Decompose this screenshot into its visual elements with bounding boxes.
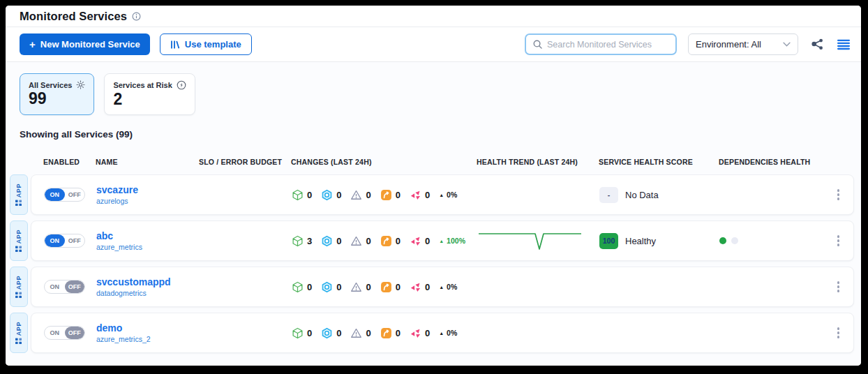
list-view-button[interactable]	[836, 37, 851, 52]
service-subtitle: azure_metrics	[96, 243, 200, 251]
service-name-link[interactable]: demo	[96, 322, 200, 334]
service-name-link[interactable]: svcazure	[96, 184, 200, 195]
health-trend-sparkline	[477, 227, 583, 251]
service-subtitle: datadogmetrics	[96, 289, 200, 297]
col-header-deps: DEPENDENCIES HEALTH	[719, 158, 802, 166]
page-title: Monitored Services	[20, 10, 127, 23]
feature-flag-icon	[380, 235, 392, 247]
all-services-card[interactable]: All Services 99	[20, 73, 94, 115]
fork-arrows-icon	[410, 189, 421, 201]
warning-triangle-icon	[350, 281, 362, 293]
config-hexagon-icon	[321, 327, 333, 339]
deployment-cube-icon	[292, 281, 304, 293]
row-menu-button[interactable]	[835, 278, 843, 295]
feature-flag-icon	[380, 327, 392, 339]
fork-arrows-icon	[410, 235, 421, 247]
app-grid-icon	[16, 338, 22, 344]
new-monitored-service-button[interactable]: + New Monitored Service	[20, 33, 150, 55]
use-template-button[interactable]: Use template	[160, 33, 252, 55]
col-header-trend: HEALTH TREND (LAST 24H)	[477, 158, 599, 166]
deployment-cube-icon	[292, 189, 304, 201]
content-area: All Services 99 Services at R	[6, 62, 861, 366]
trend-up-icon: ▲	[439, 193, 444, 197]
search-icon	[532, 39, 543, 50]
feature-flag-icon	[380, 189, 392, 201]
health-score-badge: -	[599, 187, 618, 203]
environment-filter-select[interactable]: Environment: All	[688, 33, 798, 55]
bolt-icon	[177, 80, 186, 90]
enabled-toggle[interactable]: ONOFF	[44, 280, 85, 294]
col-header-slo: SLO / ERROR BUDGET	[199, 158, 291, 166]
dependency-nodata-dot	[731, 237, 738, 244]
deployment-cube-icon	[292, 327, 304, 339]
services-at-risk-count: 2	[113, 91, 186, 107]
warning-triangle-icon	[350, 189, 362, 201]
col-header-name: NAME	[96, 158, 199, 166]
plus-icon: +	[29, 38, 36, 50]
search-box	[525, 33, 677, 55]
col-header-score: SERVICE HEALTH SCORE	[599, 158, 719, 166]
app-grid-icon	[16, 292, 22, 298]
all-services-count: 99	[29, 91, 85, 107]
trend-up-icon: ▲	[439, 331, 444, 336]
table-row: APP ONOFF abc azure_metrics 3 0 0 0 0 ▲1…	[10, 220, 854, 261]
search-input[interactable]	[547, 40, 669, 50]
table-row: APP ONOFF svccustomappd datadogmetrics 0…	[10, 267, 854, 307]
feature-flag-icon	[380, 281, 392, 293]
config-hexagon-icon	[321, 235, 333, 247]
health-score-badge: 100	[599, 233, 618, 249]
table-row: APP ONOFF svcazure azurelogs 0 0 0 0 0 ▲…	[10, 174, 854, 215]
toolbar: + New Monitored Service Use template Env…	[6, 27, 861, 62]
service-type-badge: APP	[10, 220, 28, 261]
enabled-toggle[interactable]: ONOFF	[44, 188, 85, 202]
page-header: Monitored Services	[6, 6, 861, 27]
warning-triangle-icon	[350, 327, 362, 339]
config-hexagon-icon	[321, 281, 333, 293]
fork-arrows-icon	[410, 281, 421, 293]
app-window: Monitored Services + New Monitored Servi…	[6, 6, 861, 366]
warning-triangle-icon	[350, 235, 362, 247]
topology-view-button[interactable]	[809, 37, 825, 52]
app-grid-icon	[16, 246, 22, 252]
services-at-risk-card[interactable]: Services at Risk 2	[104, 73, 195, 115]
service-subtitle: azure_metrics_2	[96, 335, 200, 343]
row-menu-button[interactable]	[835, 324, 843, 341]
col-header-changes: CHANGES (LAST 24H)	[291, 158, 477, 166]
dependency-healthy-dot	[719, 237, 726, 244]
service-type-badge: APP	[10, 267, 28, 307]
config-hexagon-icon	[321, 189, 333, 201]
deployment-cube-icon	[292, 235, 304, 247]
info-icon[interactable]	[132, 12, 141, 21]
service-name-link[interactable]: abc	[96, 230, 200, 241]
showing-services-text: Showing all Services (99)	[20, 129, 854, 140]
list-view-icon	[837, 39, 850, 50]
template-library-icon	[170, 40, 180, 50]
health-score-label: No Data	[625, 190, 659, 200]
trend-up-icon: ▲	[439, 239, 444, 244]
col-header-enabled: ENABLED	[43, 158, 96, 166]
gear-icon	[76, 80, 85, 89]
topology-graph-icon	[811, 38, 824, 51]
service-subtitle: azurelogs	[96, 197, 200, 205]
service-type-badge: APP	[10, 313, 28, 353]
service-name-link[interactable]: svccustomappd	[96, 276, 200, 287]
health-score-label: Healthy	[625, 236, 656, 246]
app-grid-icon	[16, 200, 22, 206]
table-row: APP ONOFF demo azure_metrics_2 0 0 0 0 0…	[10, 313, 854, 353]
row-menu-button[interactable]	[835, 232, 843, 249]
row-menu-button[interactable]	[835, 186, 843, 203]
service-type-badge: APP	[10, 174, 28, 215]
trend-up-icon: ▲	[439, 285, 444, 290]
chevron-down-icon	[783, 42, 791, 47]
table-header: ENABLED NAME SLO / ERROR BUDGET CHANGES …	[43, 158, 854, 166]
enabled-toggle[interactable]: ONOFF	[44, 326, 85, 340]
enabled-toggle[interactable]: ONOFF	[44, 234, 85, 248]
fork-arrows-icon	[410, 327, 421, 339]
